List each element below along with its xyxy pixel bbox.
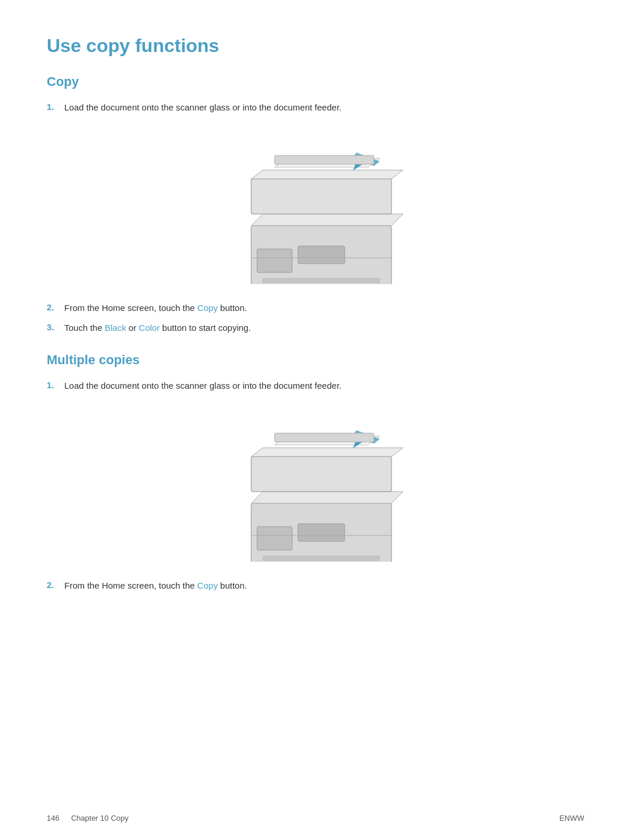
svg-rect-21 (275, 433, 374, 442)
footer-right-text: ENWW (559, 814, 584, 822)
printer-image-1 (216, 132, 415, 284)
mc-step-1: 1. Load the document onto the scanner gl… (47, 379, 584, 393)
copy-step-1: 1. Load the document onto the scanner gl… (47, 101, 584, 115)
copy-step-2: 2. From the Home screen, touch the Copy … (47, 302, 584, 315)
footer-left: 146 Chapter 10 Copy (47, 814, 129, 822)
copy-steps-list-2: 2. From the Home screen, touch the Copy … (47, 302, 584, 335)
copy-link-1: Copy (197, 303, 218, 313)
step-3-text: Touch the Black or Color button to start… (64, 322, 251, 335)
multiple-copies-heading: Multiple copies (47, 352, 584, 368)
multiple-copies-section: Multiple copies 1. Load the document ont… (47, 352, 584, 593)
mc-step-number-2: 2. (47, 579, 64, 590)
svg-rect-25 (263, 556, 380, 561)
svg-rect-3 (251, 179, 391, 214)
step-number-1: 1. (47, 101, 64, 112)
svg-rect-22 (257, 527, 292, 550)
multiple-copies-steps-list: 1. Load the document onto the scanner gl… (47, 379, 584, 393)
mc-step-2-text: From the Home screen, touch the Copy but… (64, 579, 247, 593)
chapter-label: Chapter 10 Copy (71, 814, 129, 822)
copy-step-3: 3. Touch the Black or Color button to st… (47, 322, 584, 335)
mc-step-number-1: 1. (47, 379, 64, 390)
mc-copy-link: Copy (197, 580, 218, 590)
black-link: Black (105, 323, 126, 333)
page-title: Use copy functions (47, 35, 584, 57)
svg-rect-12 (263, 278, 380, 283)
copy-heading: Copy (47, 74, 584, 89)
color-link: Color (139, 323, 160, 333)
svg-marker-17 (251, 448, 403, 457)
svg-rect-10 (298, 246, 345, 264)
mc-steps-list-2: 2. From the Home screen, touch the Copy … (47, 579, 584, 593)
svg-rect-9 (257, 249, 292, 272)
svg-marker-2 (251, 214, 403, 226)
page-number: 146 (47, 814, 60, 822)
svg-marker-4 (251, 170, 403, 179)
svg-rect-8 (275, 155, 374, 164)
copy-steps-list: 1. Load the document onto the scanner gl… (47, 101, 584, 115)
mc-step-2: 2. From the Home screen, touch the Copy … (47, 579, 584, 593)
svg-marker-15 (251, 492, 403, 503)
step-1-text: Load the document onto the scanner glass… (64, 101, 342, 115)
page-container: Use copy functions Copy 1. Load the docu… (0, 0, 631, 657)
printer-image-2 (216, 410, 415, 562)
mc-step-1-text: Load the document onto the scanner glass… (64, 379, 342, 393)
svg-rect-23 (298, 524, 345, 541)
svg-rect-16 (251, 457, 391, 492)
page-footer: 146 Chapter 10 Copy ENWW (47, 814, 584, 822)
step-2-text: From the Home screen, touch the Copy but… (64, 302, 247, 315)
step-number-2: 2. (47, 302, 64, 312)
step-number-3: 3. (47, 322, 64, 332)
copy-section: Copy 1. Load the document onto the scann… (47, 74, 584, 335)
